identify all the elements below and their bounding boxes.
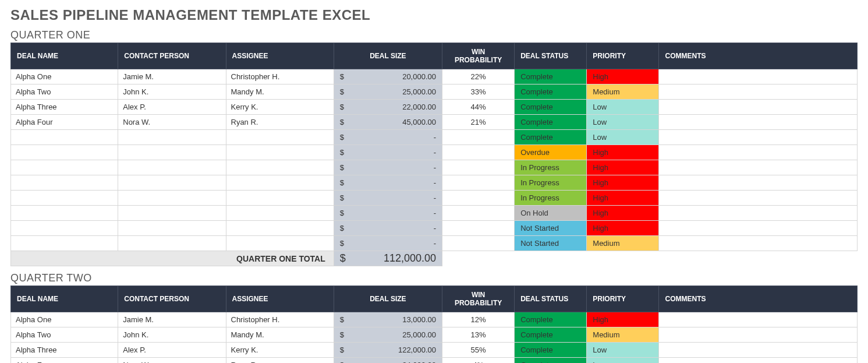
cell-deal-status[interactable]: In Progress (515, 160, 587, 175)
cell-deal-status[interactable]: Complete (515, 130, 587, 145)
cell-assignee[interactable] (226, 221, 334, 236)
cell-deal-name[interactable] (11, 160, 118, 175)
cell-comments[interactable] (659, 358, 858, 364)
cell-win-probability[interactable] (442, 175, 515, 191)
cell-win-probability[interactable] (442, 221, 515, 236)
cell-priority[interactable]: Medium (587, 327, 659, 343)
cell-contact-person[interactable] (118, 236, 226, 251)
cell-win-probability[interactable]: 21% (442, 115, 515, 130)
cell-win-probability[interactable]: 13% (442, 327, 515, 343)
cell-deal-size[interactable]: $- (334, 221, 442, 236)
cell-comments[interactable] (659, 206, 858, 221)
cell-comments[interactable] (659, 221, 858, 236)
cell-deal-name[interactable]: Alpha Four (11, 115, 118, 130)
cell-deal-size[interactable]: $- (334, 160, 442, 175)
cell-deal-name[interactable] (11, 145, 118, 160)
cell-win-probability[interactable] (442, 191, 515, 206)
cell-deal-name[interactable] (11, 221, 118, 236)
cell-deal-status[interactable]: Not Started (515, 221, 587, 236)
cell-deal-status[interactable]: Complete (515, 100, 587, 115)
cell-contact-person[interactable] (118, 145, 226, 160)
cell-priority[interactable]: Low (587, 115, 659, 130)
cell-assignee[interactable] (226, 191, 334, 206)
cell-win-probability[interactable]: 12% (442, 312, 515, 327)
th-win-probability[interactable]: WIN PROBABILITY (442, 43, 515, 69)
cell-win-probability[interactable]: 55% (442, 343, 515, 358)
cell-deal-status[interactable]: Complete (515, 358, 587, 364)
cell-priority[interactable]: Medium (587, 236, 659, 251)
cell-contact-person[interactable] (118, 130, 226, 145)
cell-deal-size[interactable]: $- (334, 236, 442, 251)
cell-comments[interactable] (659, 160, 858, 175)
cell-deal-status[interactable]: On Hold (515, 206, 587, 221)
cell-assignee[interactable]: Mandy M. (226, 327, 334, 343)
cell-deal-status[interactable]: Not Started (515, 236, 587, 251)
cell-assignee[interactable] (226, 175, 334, 191)
cell-priority[interactable]: High (587, 221, 659, 236)
cell-priority[interactable]: High (587, 145, 659, 160)
cell-win-probability[interactable] (442, 160, 515, 175)
cell-deal-size[interactable]: $20,000.00 (334, 69, 442, 84)
th-contact-person[interactable]: CONTACT PERSON (118, 43, 226, 69)
th-assignee[interactable]: ASSIGNEE (226, 286, 334, 312)
cell-priority[interactable]: Low (587, 100, 659, 115)
cell-priority[interactable]: High (587, 312, 659, 327)
cell-deal-size[interactable]: $- (334, 175, 442, 191)
cell-deal-name[interactable] (11, 175, 118, 191)
cell-contact-person[interactable] (118, 206, 226, 221)
cell-deal-name[interactable]: Alpha Two (11, 84, 118, 100)
cell-win-probability[interactable] (442, 130, 515, 145)
cell-contact-person[interactable] (118, 160, 226, 175)
cell-comments[interactable] (659, 191, 858, 206)
cell-comments[interactable] (659, 69, 858, 84)
cell-deal-status[interactable]: Complete (515, 115, 587, 130)
cell-comments[interactable] (659, 84, 858, 100)
cell-assignee[interactable] (226, 160, 334, 175)
cell-deal-name[interactable]: Alpha Four (11, 358, 118, 364)
cell-assignee[interactable] (226, 236, 334, 251)
cell-assignee[interactable]: Kerry K. (226, 343, 334, 358)
cell-assignee[interactable] (226, 206, 334, 221)
cell-comments[interactable] (659, 312, 858, 327)
cell-contact-person[interactable] (118, 221, 226, 236)
th-assignee[interactable]: ASSIGNEE (226, 43, 334, 69)
cell-deal-size[interactable]: $25,000.00 (334, 327, 442, 343)
cell-assignee[interactable]: Ryan R. (226, 115, 334, 130)
th-comments[interactable]: COMMENTS (659, 286, 858, 312)
cell-comments[interactable] (659, 100, 858, 115)
th-deal-name[interactable]: DEAL NAME (11, 286, 118, 312)
cell-assignee[interactable]: Mandy M. (226, 84, 334, 100)
cell-priority[interactable]: High (587, 160, 659, 175)
cell-deal-status[interactable]: Complete (515, 343, 587, 358)
cell-contact-person[interactable]: Jamie M. (118, 69, 226, 84)
cell-comments[interactable] (659, 175, 858, 191)
cell-deal-name[interactable]: Alpha Three (11, 343, 118, 358)
cell-deal-name[interactable]: Alpha One (11, 69, 118, 84)
cell-comments[interactable] (659, 145, 858, 160)
cell-deal-name[interactable] (11, 191, 118, 206)
cell-win-probability[interactable]: 44% (442, 100, 515, 115)
cell-deal-status[interactable]: Complete (515, 327, 587, 343)
cell-win-probability[interactable] (442, 145, 515, 160)
cell-contact-person[interactable]: Nora W. (118, 358, 226, 364)
cell-comments[interactable] (659, 115, 858, 130)
cell-priority[interactable]: High (587, 69, 659, 84)
cell-priority[interactable]: High (587, 206, 659, 221)
th-contact-person[interactable]: CONTACT PERSON (118, 286, 226, 312)
cell-deal-size[interactable]: $- (334, 145, 442, 160)
th-deal-status[interactable]: DEAL STATUS (515, 286, 587, 312)
cell-assignee[interactable]: Christopher H. (226, 69, 334, 84)
cell-assignee[interactable]: Kerry K. (226, 100, 334, 115)
cell-deal-size[interactable]: $45,000.00 (334, 115, 442, 130)
cell-win-probability[interactable]: 33% (442, 84, 515, 100)
th-deal-size[interactable]: DEAL SIZE (334, 286, 442, 312)
cell-deal-status[interactable]: In Progress (515, 175, 587, 191)
cell-deal-status[interactable]: Overdue (515, 145, 587, 160)
cell-deal-size[interactable]: $- (334, 206, 442, 221)
th-comments[interactable]: COMMENTS (659, 43, 858, 69)
cell-win-probability[interactable]: 4% (442, 358, 515, 364)
cell-comments[interactable] (659, 130, 858, 145)
cell-deal-size[interactable]: $122,000.00 (334, 343, 442, 358)
cell-assignee[interactable] (226, 130, 334, 145)
cell-priority[interactable]: Low (587, 343, 659, 358)
